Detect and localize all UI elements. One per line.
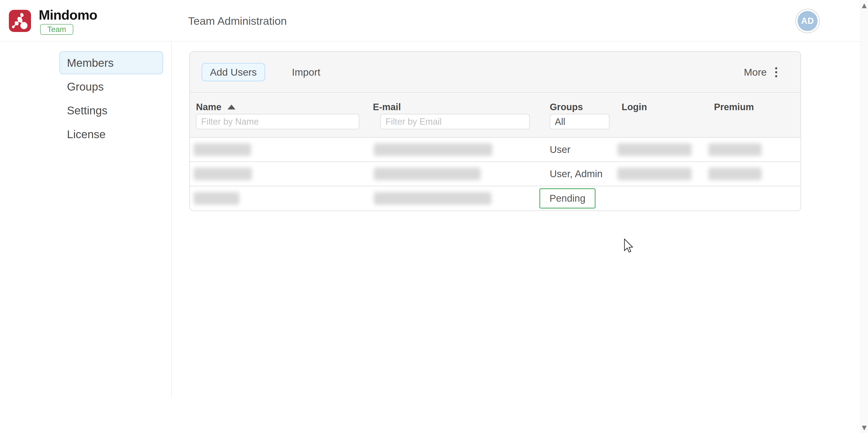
mouse-cursor-icon [623, 239, 634, 254]
more-button-label: More [744, 66, 767, 78]
column-header-premium[interactable]: Premium [714, 102, 754, 112]
sidebar-item-label: Settings [67, 104, 107, 117]
redacted-name-text [194, 192, 239, 205]
filter-email-input[interactable] [380, 114, 530, 129]
table-row[interactable]: User [190, 138, 801, 162]
panel-toolbar: Add Users Import More [190, 52, 801, 93]
column-header-login[interactable]: Login [622, 102, 647, 112]
sidebar-item-groups[interactable]: Groups [60, 75, 163, 98]
kebab-vertical-icon [775, 67, 777, 77]
column-header-groups[interactable]: Groups [550, 102, 583, 112]
redacted-email-text [374, 192, 491, 205]
app-header: Mindomo Team Team Administration AD [0, 0, 868, 41]
table-row[interactable]: User, Admin [190, 162, 801, 186]
page-title: Team Administration [188, 0, 287, 41]
sidebar-item-settings[interactable]: Settings [60, 99, 163, 122]
filter-name-input[interactable] [196, 114, 359, 129]
groups-cell: User, Admin [550, 162, 602, 186]
redacted-name-text [194, 143, 251, 156]
scrollbar-track[interactable]: ▲ ▼ [860, 0, 868, 433]
sidebar-item-label: Groups [67, 80, 103, 93]
groups-filter-dropdown[interactable]: All [550, 114, 610, 129]
column-header-email[interactable]: E-mail [373, 102, 401, 112]
table-row[interactable]: Pending [190, 186, 801, 211]
redacted-email-text [374, 143, 492, 156]
pending-status-cell[interactable]: Pending [539, 188, 595, 209]
redacted-login-text [617, 167, 691, 180]
sidebar-item-license[interactable]: License [60, 123, 163, 146]
team-badge: Team [40, 24, 73, 35]
sidebar-item-members[interactable]: Members [60, 51, 163, 74]
sidebar-item-label: License [67, 128, 105, 141]
more-button[interactable]: More [744, 63, 777, 81]
redacted-login-text [617, 143, 691, 156]
avatar-initials: AD [798, 11, 817, 31]
redacted-email-text [374, 167, 480, 180]
redacted-premium-text [708, 167, 762, 180]
table-body: UserUser, AdminPending [190, 138, 801, 211]
redacted-name-text [194, 167, 252, 180]
scroll-up-icon[interactable]: ▲ [860, 2, 868, 9]
scroll-down-icon[interactable]: ▼ [860, 424, 868, 431]
sidebar: MembersGroupsSettingsLicense [60, 51, 163, 147]
redacted-premium-text [708, 143, 762, 156]
column-header-name[interactable]: Name [196, 102, 236, 112]
members-panel: Add Users Import More Name E-mail Groups… [189, 51, 801, 211]
sidebar-divider [171, 41, 172, 398]
brand-name: Mindomo [39, 7, 97, 23]
import-button[interactable]: Import [283, 63, 330, 81]
groups-cell: User [550, 138, 570, 161]
add-users-button[interactable]: Add Users [202, 63, 265, 81]
mindomo-logo-icon [9, 10, 31, 32]
sidebar-item-label: Members [67, 57, 114, 69]
sort-asc-icon [227, 104, 236, 110]
table-header-section: Name E-mail Groups Login Premium All [190, 93, 801, 138]
avatar[interactable]: AD [796, 9, 820, 33]
